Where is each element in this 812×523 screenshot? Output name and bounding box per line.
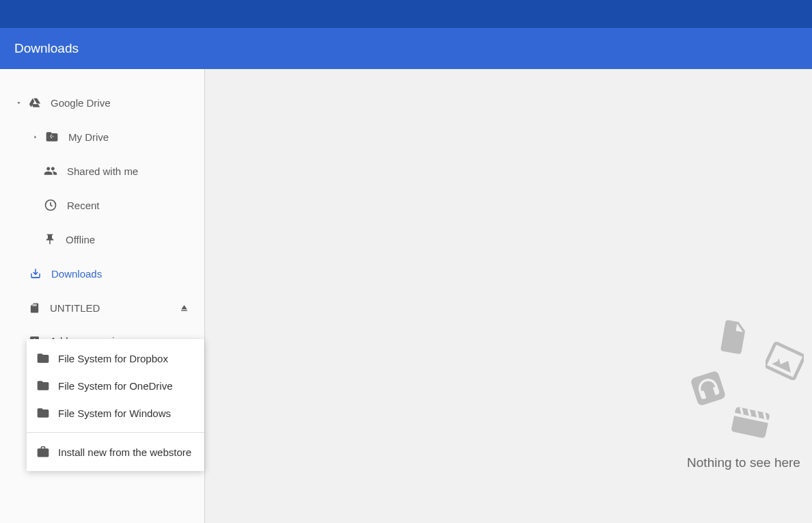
popup-item-label: Install new from the webstore [58,446,191,458]
chevron-right-icon [30,133,40,141]
folder-drive-icon [45,130,59,144]
page-title: Downloads [14,41,79,56]
pin-icon [44,233,56,245]
headphones-icon [689,369,727,407]
empty-state-text: Nothing to see here [668,455,812,470]
sidebar-item-label: UNTITLED [50,302,179,314]
document-icon [718,319,749,356]
folder-icon [36,351,50,365]
content-area: Google Drive My Drive Shared with me Rec… [0,69,812,523]
clapperboard-icon [730,403,771,442]
people-icon [44,164,57,178]
eject-button[interactable] [179,303,189,313]
popup-item-windows[interactable]: File System for Windows [27,399,204,427]
main-area: Nothing to see here [205,69,812,523]
sidebar-item-google-drive[interactable]: Google Drive [0,85,204,120]
sidebar-item-my-drive[interactable]: My Drive [0,120,204,154]
sidebar-item-shared-with-me[interactable]: Shared with me [0,154,204,188]
sidebar-item-label: Recent [67,200,204,211]
folder-icon [36,406,50,420]
empty-state-illustration [689,319,798,442]
add-services-popup: File System for Dropbox File System for … [27,339,204,471]
sidebar-item-label: My Drive [68,131,204,143]
empty-state: Nothing to see here [668,319,812,470]
sidebar-item-offline[interactable]: Offline [0,222,204,256]
download-icon [29,267,42,280]
sidebar-item-untitled[interactable]: UNTITLED [0,291,204,325]
popup-item-onedrive[interactable]: File System for OneDrive [27,372,204,399]
sd-card-icon [29,302,40,314]
popup-item-label: File System for OneDrive [58,380,173,392]
sidebar-item-downloads[interactable]: Downloads [0,256,204,291]
sidebar-item-label: Offline [66,234,204,245]
sidebar: Google Drive My Drive Shared with me Rec… [0,69,205,523]
image-icon [766,342,804,380]
briefcase-icon [36,445,50,459]
popup-item-dropbox[interactable]: File System for Dropbox [27,345,204,372]
title-bar: Downloads [0,28,812,69]
sidebar-item-label: Shared with me [67,165,204,177]
drive-icon [29,96,41,109]
sidebar-item-recent[interactable]: Recent [0,188,204,222]
chevron-down-icon [14,99,23,107]
popup-item-label: File System for Dropbox [58,353,168,364]
folder-icon [36,379,50,392]
clock-icon [44,198,57,212]
window-top-bar [0,0,812,28]
sidebar-item-label: Google Drive [51,97,204,109]
popup-item-label: File System for Windows [58,407,171,419]
sidebar-item-label: Downloads [51,268,204,280]
svg-rect-1 [690,371,727,407]
popup-item-install-webstore[interactable]: Install new from the webstore [27,438,204,466]
